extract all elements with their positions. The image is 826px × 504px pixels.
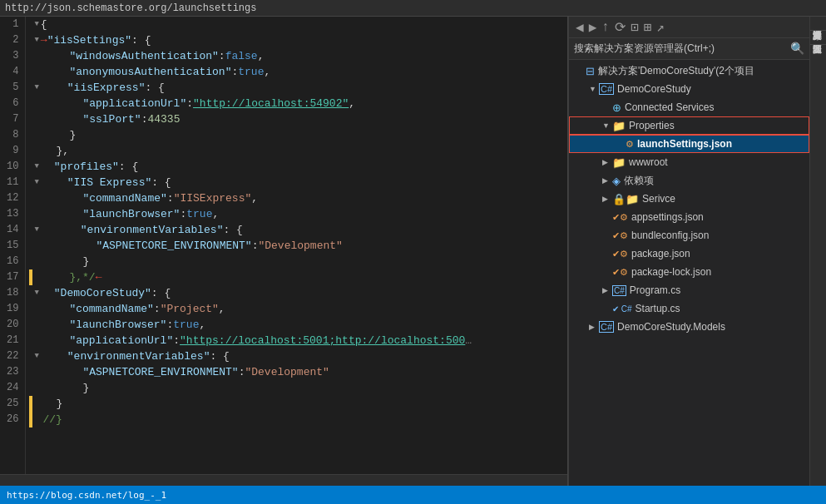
tree-item-models[interactable]: ▶C#DemoCoreStudy.Models — [569, 318, 809, 336]
side-tab-team[interactable]: 团队资源管理器 — [810, 31, 826, 45]
code-line[interactable]: ▼"IIS Express": { — [29, 175, 564, 190]
side-tab-solution[interactable]: 解决方案资源管理器 — [810, 17, 826, 31]
nav-refresh-btn[interactable]: ⟳ — [613, 19, 627, 36]
code-line[interactable]: ▼"iisExpress": { — [29, 80, 564, 96]
tree-item-packagelock[interactable]: ✔⚙package-lock.json — [569, 263, 809, 281]
tree-item-packagejson[interactable]: ✔⚙package.json — [569, 245, 809, 263]
code-line[interactable]: } — [29, 396, 564, 412]
expand-icon[interactable]: ▶ — [589, 323, 599, 331]
tree-item-properties[interactable]: ▼📁Properties — [569, 116, 809, 135]
nav-collapse-btn[interactable]: ⊡ — [629, 19, 641, 36]
token-key: "commandName" — [69, 301, 153, 317]
line-number: 7 — [7, 111, 18, 127]
collapse-icon[interactable]: ▼ — [34, 222, 38, 238]
collapse-icon[interactable]: ▼ — [34, 348, 38, 364]
code-line[interactable]: "anonymousAuthentication": true, — [29, 64, 564, 80]
solution-tree[interactable]: ⊟解决方案'DemoCoreStudy'(2个项目▼C#DemoCoreStud… — [569, 60, 809, 486]
token-punct: : { — [210, 348, 229, 364]
editor-content[interactable]: 1234567891011121314151617181920212223242… — [0, 17, 567, 474]
code-line[interactable]: ▼{ — [29, 17, 564, 32]
item-icon-deps: ◈ — [612, 175, 621, 187]
code-line[interactable]: "sslPort": 44335 — [29, 111, 564, 127]
token-punct: : { — [151, 175, 171, 190]
item-label-programcs: Program.cs — [630, 284, 680, 296]
token-punct: : — [252, 238, 259, 254]
tree-item-solution[interactable]: ⊟解决方案'DemoCoreStudy'(2个项目 — [569, 62, 809, 80]
collapse-icon[interactable]: ▼ — [34, 285, 38, 301]
tree-item-appsettings[interactable]: ✔⚙appsettings.json — [569, 208, 809, 226]
line-number: 5 — [7, 80, 18, 96]
collapse-icon[interactable]: ▼ — [34, 159, 38, 175]
code-line[interactable]: "launchBrowser": true, — [29, 317, 564, 333]
nav-open-btn[interactable]: ↗ — [655, 19, 666, 36]
code-line[interactable]: "applicationUrl": "https://localhost:500… — [29, 333, 564, 348]
tree-item-project[interactable]: ▼C#DemoCoreStudy — [569, 80, 809, 98]
tree-item-programcs[interactable]: ▶C#Program.cs — [569, 281, 809, 299]
collapse-icon[interactable]: ▼ — [34, 80, 38, 96]
token-url[interactable]: "https://localhost:5001;http://localhost… — [180, 333, 465, 348]
code-line[interactable]: ▼"environmentVariables": { — [29, 222, 564, 238]
line-number: 1 — [7, 17, 18, 32]
tree-item-launchsettings[interactable]: ⚙launchSettings.json — [569, 135, 809, 153]
editor-scrollbar[interactable] — [0, 474, 567, 486]
collapse-icon[interactable]: ▼ — [34, 17, 38, 32]
tree-item-bundleconfig[interactable]: ✔⚙bundleconfig.json — [569, 226, 809, 245]
code-line[interactable]: "windowsAuthentication": false, — [29, 48, 564, 64]
item-label-wwwroot: wwwroot — [629, 156, 668, 168]
token-punct: : — [173, 333, 180, 348]
code-line[interactable]: //} — [29, 412, 564, 427]
code-line[interactable]: "commandName": "IISExpress", — [29, 190, 564, 206]
code-line[interactable]: "ASPNETCORE_ENVIRONMENT": "Development" — [29, 364, 564, 380]
tree-item-deps[interactable]: ▶◈依赖项 — [569, 171, 809, 190]
code-area[interactable]: ▼{▼→"iisSettings": {"windowsAuthenticati… — [26, 17, 567, 474]
item-label-solution: 解决方案'DemoCoreStudy'(2个项目 — [598, 64, 754, 78]
tree-item-service[interactable]: ▶🔒📁Serivce — [569, 190, 809, 208]
expand-icon[interactable]: ▼ — [589, 85, 599, 93]
tree-item-startupcs[interactable]: ✔ C#Startup.cs — [569, 299, 809, 318]
token-punct: , — [199, 317, 205, 333]
item-label-bundleconfig: bundleconfig.json — [631, 230, 709, 241]
nav-back-btn[interactable]: ◀ — [574, 19, 586, 36]
code-line[interactable]: "launchBrowser": true, — [29, 206, 564, 222]
url-text: http://json.schemastore.org/launchsettin… — [5, 2, 256, 14]
token-red-arrow: ← — [96, 269, 102, 285]
code-line[interactable]: ▼"DemoCoreStudy": { — [29, 285, 564, 301]
token-punct: : — [180, 206, 186, 222]
line-number: 14 — [7, 222, 18, 238]
token-arrow: → — [41, 32, 47, 48]
code-line[interactable]: ▼"environmentVariables": { — [29, 348, 564, 364]
token-punct: , — [258, 48, 265, 64]
token-str: "Project" — [161, 301, 219, 317]
search-icon[interactable]: 🔍 — [790, 42, 804, 56]
code-line[interactable]: "applicationUrl": "http://localhost:5490… — [29, 96, 564, 111]
token-punct: : { — [131, 32, 151, 48]
code-line[interactable]: } — [29, 127, 564, 143]
collapse-icon[interactable]: ▼ — [34, 175, 38, 190]
code-line[interactable]: } — [29, 254, 564, 269]
line-number: 23 — [7, 364, 18, 380]
code-line[interactable]: ▼→"iisSettings": { — [29, 32, 564, 48]
code-line[interactable]: }, — [29, 143, 564, 159]
code-line[interactable]: "commandName": "Project", — [29, 301, 564, 317]
tree-item-connected-services[interactable]: ⊕Connected Services — [569, 98, 809, 116]
yellow-marker — [29, 269, 32, 285]
token-url[interactable]: "http://localhost:54902" — [193, 96, 349, 111]
expand-icon[interactable]: ▶ — [602, 176, 612, 185]
nav-expand-btn[interactable]: ⊞ — [642, 19, 654, 36]
item-icon-json: ✔⚙ — [612, 266, 628, 278]
code-line[interactable]: },*/ ← — [29, 269, 564, 285]
token-punct: : — [186, 96, 193, 111]
expand-icon[interactable]: ▶ — [602, 158, 612, 166]
item-icon-project: C# — [599, 321, 614, 333]
expand-icon[interactable]: ▼ — [602, 121, 612, 130]
collapse-icon[interactable]: ▼ — [34, 32, 38, 48]
code-line[interactable]: ▼"profiles": { — [29, 159, 564, 175]
expand-icon[interactable]: ▶ — [602, 195, 612, 203]
nav-forward-btn[interactable]: ▶ — [587, 19, 599, 36]
code-line[interactable]: "ASPNETCORE_ENVIRONMENT": "Development" — [29, 238, 564, 254]
tree-item-wwwroot[interactable]: ▶📁wwwroot — [569, 153, 809, 171]
code-line[interactable]: } — [29, 380, 564, 396]
nav-up-btn[interactable]: ↑ — [600, 20, 611, 35]
status-bar: https://blog.csdn.net/log_-_1 — [0, 486, 826, 504]
expand-icon[interactable]: ▶ — [602, 286, 612, 294]
